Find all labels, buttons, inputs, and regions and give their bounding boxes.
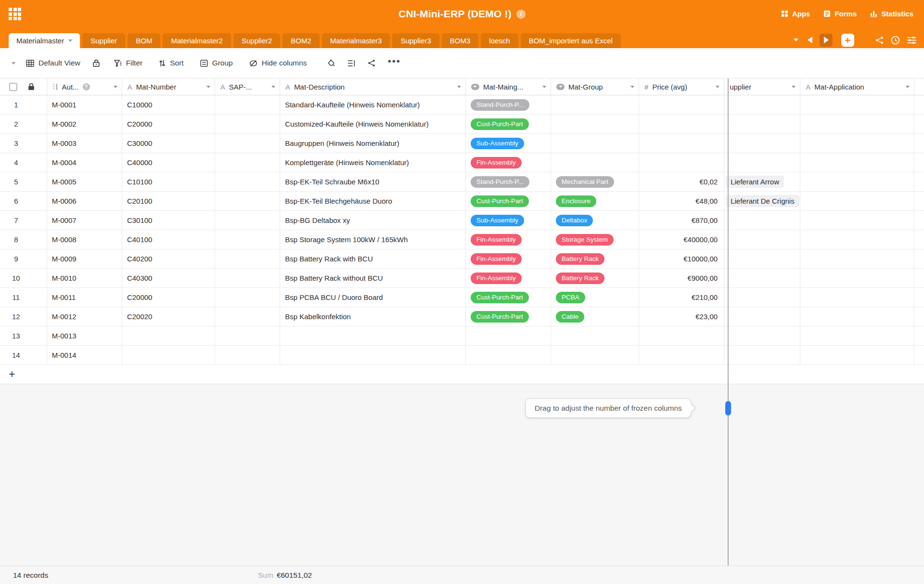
cell-group[interactable] xyxy=(551,95,639,114)
cell-aut[interactable]: M-0010 xyxy=(47,269,122,287)
cell-description[interactable] xyxy=(280,326,466,345)
cell-maingroup[interactable] xyxy=(466,346,551,364)
apps-button[interactable]: Apps xyxy=(781,10,810,18)
cell-maingroup[interactable]: Fin-Assembly xyxy=(466,153,551,172)
tab-bom-importiert-aus-excel[interactable]: BOM_importiert aus Excel xyxy=(521,33,621,48)
column-header-mat_number[interactable]: AMat-Number xyxy=(122,78,215,95)
cell-price[interactable] xyxy=(639,95,724,114)
cell-mat_number[interactable]: C20020 xyxy=(122,307,215,326)
cell-sap[interactable] xyxy=(215,172,280,191)
tab-supplier2[interactable]: Supplier2 xyxy=(233,33,280,48)
cell-application[interactable] xyxy=(800,288,914,307)
cell-aut[interactable]: M-0001 xyxy=(47,95,122,114)
cell-application[interactable] xyxy=(800,230,914,249)
row-height-button[interactable] xyxy=(347,60,355,67)
cell-price[interactable] xyxy=(639,115,724,133)
column-header-group[interactable]: Mat-Group xyxy=(551,78,639,95)
cell-aut[interactable]: M-0002 xyxy=(47,115,122,133)
cell-price[interactable] xyxy=(639,326,724,345)
cell-price[interactable]: €40000,00 xyxy=(639,230,724,249)
add-table-button[interactable]: + xyxy=(841,34,854,47)
more-options-button[interactable]: ••• xyxy=(388,61,401,65)
cell-group[interactable] xyxy=(551,134,639,153)
cell-supplier[interactable] xyxy=(724,326,800,345)
tab-materialmaster[interactable]: Materialmaster xyxy=(9,33,80,48)
cell-sap[interactable] xyxy=(215,211,280,230)
forms-button[interactable]: Forms xyxy=(823,10,857,18)
cell-application[interactable] xyxy=(800,134,914,153)
cell-price[interactable] xyxy=(639,346,724,364)
cell-application[interactable] xyxy=(800,172,914,191)
cell-mat_number[interactable]: C20000 xyxy=(122,288,215,307)
cell-maingroup[interactable]: Stand-Purch-P... xyxy=(466,95,551,114)
cell-description[interactable]: Bsp-BG Deltabox xy xyxy=(280,211,466,230)
cell-group[interactable]: Storage System xyxy=(551,230,639,249)
row-number[interactable]: 9 xyxy=(0,249,47,268)
cell-application[interactable] xyxy=(800,153,914,172)
cell-mat_number[interactable] xyxy=(122,326,215,345)
cell-group[interactable] xyxy=(551,153,639,172)
filter-button[interactable]: Filter xyxy=(114,59,142,67)
cell-sap[interactable] xyxy=(215,115,280,133)
cell-sap[interactable] xyxy=(215,288,280,307)
cell-price[interactable]: €23,00 xyxy=(639,307,724,326)
add-row-button[interactable]: + xyxy=(0,365,924,384)
settings-sliders-button[interactable] xyxy=(907,36,916,44)
cell-description[interactable]: Bsp Battery Rack without BCU xyxy=(280,269,466,287)
row-number[interactable]: 13 xyxy=(0,326,47,345)
cell-group[interactable]: Deltabox xyxy=(551,211,639,230)
cell-sap[interactable] xyxy=(215,326,280,345)
cell-price[interactable]: €10000,00 xyxy=(639,249,724,268)
scroll-tabs-left-icon[interactable] xyxy=(808,37,812,43)
cell-mat_number[interactable] xyxy=(122,346,215,364)
select-all-checkbox[interactable] xyxy=(9,83,17,91)
view-selector[interactable]: Default View xyxy=(26,59,80,67)
cell-maingroup[interactable]: Sub-Assembly xyxy=(466,211,551,230)
lock-view-button[interactable] xyxy=(93,59,100,67)
cell-supplier[interactable] xyxy=(724,95,800,114)
cell-supplier[interactable] xyxy=(724,288,800,307)
cell-mat_number[interactable]: C10100 xyxy=(122,172,215,191)
cell-mat_number[interactable]: C30000 xyxy=(122,134,215,153)
cell-price[interactable]: €9000,00 xyxy=(639,269,724,287)
row-number[interactable]: 3 xyxy=(0,134,47,153)
cell-supplier[interactable] xyxy=(724,230,800,249)
column-header-sap[interactable]: ASAP-... xyxy=(215,78,280,95)
chevron-down-icon[interactable] xyxy=(68,39,72,42)
cell-group[interactable] xyxy=(551,346,639,364)
cell-application[interactable] xyxy=(800,115,914,133)
frozen-columns-drag-handle[interactable] xyxy=(725,401,731,415)
cell-application[interactable] xyxy=(800,192,914,210)
cell-mat_number[interactable]: C40000 xyxy=(122,153,215,172)
group-button[interactable]: Group xyxy=(200,59,233,67)
tab-bom3[interactable]: BOM3 xyxy=(442,33,479,48)
tabs-dropdown-icon[interactable] xyxy=(794,39,798,41)
tab-loesch[interactable]: loesch xyxy=(481,33,518,48)
row-number[interactable]: 7 xyxy=(0,211,47,230)
cell-sap[interactable] xyxy=(215,307,280,326)
cell-sap[interactable] xyxy=(215,269,280,287)
column-header-maingroup[interactable]: Mat-Maing... xyxy=(466,78,551,95)
cell-group[interactable]: Battery Rack xyxy=(551,249,639,268)
cell-description[interactable]: Bsp Storage System 100kW / 165kWh xyxy=(280,230,466,249)
cell-aut[interactable]: M-0005 xyxy=(47,172,122,191)
cell-supplier[interactable] xyxy=(724,346,800,364)
cell-price[interactable] xyxy=(639,134,724,153)
tab-materialmaster2[interactable]: Materialmaster2 xyxy=(163,33,231,48)
cell-aut[interactable]: M-0004 xyxy=(47,153,122,172)
cell-description[interactable]: Bsp-EK-Teil Blechgehäuse Duoro xyxy=(280,192,466,210)
cell-aut[interactable]: M-0011 xyxy=(47,288,122,307)
cell-maingroup[interactable]: Fin-Assembly xyxy=(466,249,551,268)
cell-sap[interactable] xyxy=(215,346,280,364)
cell-group[interactable] xyxy=(551,326,639,345)
chevron-down-icon[interactable] xyxy=(457,86,461,88)
question-icon[interactable]: ? xyxy=(83,83,90,91)
cell-application[interactable] xyxy=(800,95,914,114)
cell-supplier[interactable]: Lieferant Arrow xyxy=(724,172,800,191)
cell-sap[interactable] xyxy=(215,192,280,210)
cell-application[interactable] xyxy=(800,307,914,326)
column-header-application[interactable]: AMat-Application xyxy=(800,78,914,95)
cell-mat_number[interactable]: C40300 xyxy=(122,269,215,287)
chevron-down-icon[interactable] xyxy=(630,86,634,88)
tab-materialmaster3[interactable]: Materialmaster3 xyxy=(322,33,390,48)
